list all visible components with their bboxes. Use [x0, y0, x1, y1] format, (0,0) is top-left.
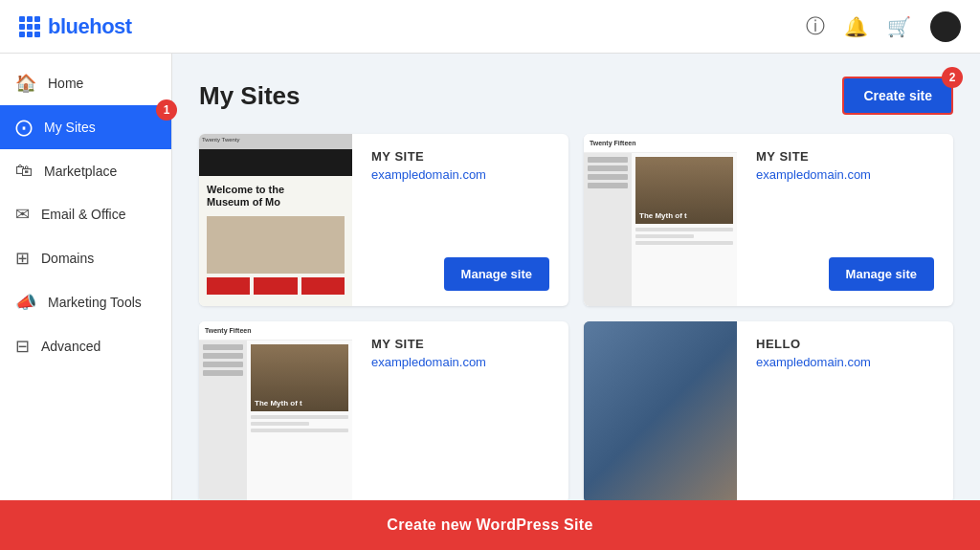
domains-icon: ⊞ — [15, 248, 30, 269]
wordpress-icon: ⨀ — [15, 117, 33, 138]
site-2-name: MY SITE — [756, 149, 934, 164]
site-card-2-info: MY SITE exampledomain.com Manage site — [737, 134, 953, 306]
site-preview-4 — [584, 321, 737, 500]
sidebar-item-home[interactable]: 🏠 Home — [0, 61, 171, 105]
sidebar-item-my-sites[interactable]: ⨀ My Sites — [0, 105, 171, 149]
site-4-domain: exampledomain.com — [756, 355, 934, 369]
sidebar-home-wrapper: 🏠 Home — [0, 61, 171, 105]
sidebar-item-marketing-label: Marketing Tools — [48, 295, 142, 310]
sidebar-item-marketplace-label: Marketplace — [44, 164, 117, 179]
main-header: My Sites Create site 2 — [199, 77, 953, 115]
site-card-4-info: Hello exampledomain.com — [737, 321, 953, 500]
layout: 🏠 Home ⨀ My Sites 1 🛍 Marketplace ✉ Emai… — [0, 54, 980, 500]
create-site-btn-wrapper: Create site 2 — [842, 77, 953, 115]
bottom-bar[interactable]: Create new WordPress Site — [0, 500, 980, 550]
sidebar-item-advanced-label: Advanced — [41, 339, 100, 354]
cart-icon[interactable]: 🛒 — [887, 15, 911, 38]
bottom-bar-text: Create new WordPress Site — [387, 517, 592, 534]
page-title: My Sites — [199, 81, 301, 111]
sidebar: 🏠 Home ⨀ My Sites 1 🛍 Marketplace ✉ Emai… — [0, 54, 172, 500]
manage-site-1-button[interactable]: Manage site — [444, 257, 549, 291]
manage-site-2-button[interactable]: Manage site — [829, 257, 934, 291]
header: bluehost ⓘ 🔔 🛒 — [0, 0, 980, 54]
site-1-domain: exampledomain.com — [371, 167, 549, 182]
site-card-4-preview: Hello exampledomain.com — [584, 321, 953, 500]
sidebar-mysites-wrapper: ⨀ My Sites 1 — [0, 105, 171, 149]
site-3-name: My Site — [371, 337, 549, 351]
sidebar-item-domains[interactable]: ⊞ Domains — [0, 236, 171, 280]
site-2-domain: exampledomain.com — [756, 167, 934, 182]
site-1-name: MY SITE — [371, 149, 549, 164]
site-card-1-preview: Twenty Twenty Welcome to theMuseum of Mo — [199, 134, 568, 306]
sites-grid: Twenty Twenty Welcome to theMuseum of Mo — [199, 134, 953, 500]
site-card-3-preview: Twenty Fifteen The Myth of — [199, 321, 568, 500]
my-sites-badge: 1 — [156, 99, 177, 121]
create-site-badge: 2 — [942, 67, 963, 88]
sidebar-item-marketplace[interactable]: 🛍 Marketplace — [0, 149, 171, 192]
home-icon: 🏠 — [15, 73, 36, 94]
site-preview-1: Twenty Twenty Welcome to theMuseum of Mo — [199, 134, 352, 306]
sidebar-item-domains-label: Domains — [41, 251, 94, 266]
advanced-icon: ⊟ — [15, 336, 30, 357]
site-card-1: Twenty Twenty Welcome to theMuseum of Mo — [199, 134, 568, 306]
help-icon[interactable]: ⓘ — [806, 13, 825, 39]
site-card-2-preview: Twenty Fifteen The Myth of — [584, 134, 953, 306]
sidebar-item-my-sites-label: My Sites — [44, 120, 96, 135]
sidebar-item-home-label: Home — [48, 76, 83, 91]
email-icon: ✉ — [15, 204, 30, 225]
sidebar-item-email-label: Email & Office — [41, 207, 125, 222]
site-card-4: Hello exampledomain.com — [584, 321, 953, 500]
logo[interactable]: bluehost — [19, 14, 132, 39]
site-4-name: Hello — [756, 337, 934, 351]
site-card-3-info: My Site exampledomain.com — [352, 321, 568, 500]
avatar[interactable] — [930, 11, 961, 42]
sidebar-item-email-office[interactable]: ✉ Email & Office — [0, 192, 171, 236]
main-content: My Sites Create site 2 Twenty Twenty Wel… — [172, 54, 980, 500]
site-card-3: Twenty Fifteen The Myth of — [199, 321, 568, 500]
header-icons: ⓘ 🔔 🛒 — [806, 11, 961, 42]
notifications-icon[interactable]: 🔔 — [844, 15, 868, 38]
logo-grid-icon — [19, 16, 40, 37]
marketing-icon: 📣 — [15, 292, 36, 313]
marketplace-icon: 🛍 — [15, 161, 33, 181]
sidebar-item-marketing-tools[interactable]: 📣 Marketing Tools — [0, 280, 171, 324]
create-site-button[interactable]: Create site — [842, 77, 953, 115]
site-card-2: Twenty Fifteen The Myth of — [584, 134, 953, 306]
site-3-domain: exampledomain.com — [371, 355, 549, 369]
site-card-1-info: MY SITE exampledomain.com Manage site — [352, 134, 568, 306]
sidebar-item-advanced[interactable]: ⊟ Advanced — [0, 324, 171, 368]
site-preview-2: Twenty Fifteen The Myth of — [584, 134, 737, 306]
site-preview-3: Twenty Fifteen The Myth of — [199, 321, 352, 500]
logo-text: bluehost — [48, 14, 132, 39]
